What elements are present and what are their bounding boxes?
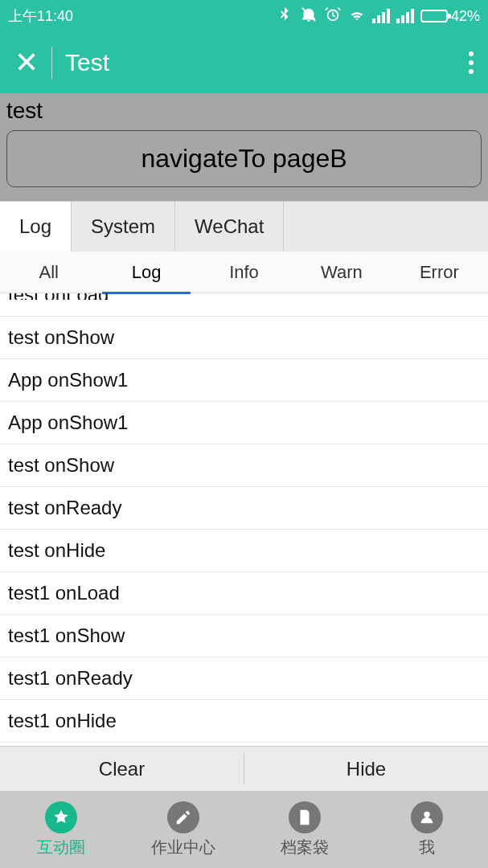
title-divider [51,47,52,79]
log-entry: test onShow [0,317,488,359]
vconsole-panel: Log System WeChat All Log Info Warn Erro… [0,201,488,868]
nav-label: 互动圈 [37,837,85,858]
level-error[interactable]: Error [391,252,488,293]
edit-icon [167,801,199,833]
log-entry: App onShow1 [0,402,488,444]
wifi-icon [348,6,366,27]
console-footer: Clear Hide [0,746,488,791]
tab-wechat[interactable]: WeChat [175,202,284,252]
clear-button[interactable]: Clear [0,747,244,791]
level-all[interactable]: All [0,252,97,293]
status-bar: 上午11:40 42% [0,0,488,32]
nav-item-interact[interactable]: 互动圈 [0,791,122,868]
nav-item-portfolio[interactable]: 档案袋 [244,791,367,868]
file-icon [289,801,321,833]
do-not-disturb-icon [300,6,318,27]
title-bar: ✕ Test [0,32,488,93]
page-title: Test [65,49,456,76]
nav-item-me[interactable]: 我 [366,791,488,868]
level-info[interactable]: Info [195,252,293,293]
tab-system[interactable]: System [72,202,175,252]
more-menu-icon[interactable] [469,51,474,74]
log-entry: test1 onLoad [0,572,488,615]
console-level-tabs: All Log Info Warn Error [0,252,488,293]
nav-label: 作业中心 [151,837,215,858]
signal-sim2-icon [396,9,414,23]
nav-label: 我 [419,837,435,858]
battery-percent: 42% [451,8,480,25]
log-entry: test onHide [0,530,488,572]
modal-overlay[interactable] [0,93,488,201]
console-main-tabs: Log System WeChat [0,202,488,252]
hide-button[interactable]: Hide [244,747,488,791]
battery-indicator: 42% [420,8,480,25]
status-time: 上午11:40 [8,6,276,26]
log-entry: test onLoad [0,293,488,317]
person-icon [411,801,443,833]
bluetooth-icon [276,6,293,27]
svg-point-2 [424,811,429,817]
tab-log[interactable]: Log [0,202,72,252]
log-list[interactable]: test onLoad test onShow App onShow1 App … [0,293,488,746]
close-icon[interactable]: ✕ [14,48,39,77]
level-log[interactable]: Log [97,252,195,293]
log-entry: test1 onHide [0,700,488,743]
page-content-dimmed: test navigateTo pageB [0,93,488,201]
log-entry: test onReady [0,487,488,530]
star-icon [45,801,77,833]
log-entry: test1 onReady [0,657,488,700]
nav-label: 档案袋 [281,837,329,858]
bottom-nav: 互动圈 作业中心 档案袋 我 [0,791,488,868]
log-entry: test1 onShow [0,615,488,657]
signal-sim1-icon [372,9,390,23]
log-entry: test onShow [0,444,488,487]
nav-item-homework[interactable]: 作业中心 [122,791,244,868]
log-entry: App onShow1 [0,359,488,402]
alarm-icon [324,6,342,27]
level-warn[interactable]: Warn [293,252,390,293]
